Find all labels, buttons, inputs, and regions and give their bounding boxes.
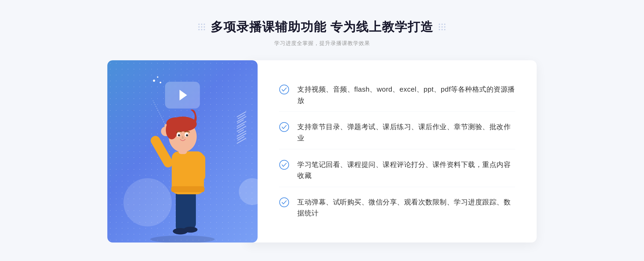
sparkle-dot-1 <box>153 80 155 82</box>
check-icon-1 <box>279 84 289 95</box>
main-content: » <box>107 60 537 243</box>
sparkle-dot-2 <box>157 76 158 78</box>
features-panel: 支持视频、音频、flash、word、excel、ppt、pdf等各种格式的资源… <box>247 60 537 243</box>
illustration-card <box>107 60 258 243</box>
svg-point-24 <box>280 198 289 207</box>
svg-point-0 <box>150 236 215 243</box>
feature-item-2: 支持章节目录、弹题考试、课后练习、课后作业、章节测验、批改作业 <box>279 116 515 149</box>
feature-text-3: 学习笔记回看、课程提问、课程评论打分、课件资料下载，重点内容收藏 <box>297 159 515 181</box>
right-decorative-dots <box>439 24 446 31</box>
svg-point-21 <box>280 85 289 94</box>
svg-rect-6 <box>171 186 204 192</box>
page-title: 多项录播课辅助功能 专为线上教学打造 <box>211 19 434 35</box>
person-illustration <box>137 92 228 243</box>
svg-point-4 <box>184 227 197 233</box>
feature-item-4: 互动弹幕、试听购买、微信分享、观看次数限制、学习进度跟踪、数据统计 <box>279 191 515 224</box>
circle-decor-medium <box>239 178 266 205</box>
feature-item-3: 学习笔记回看、课程提问、课程评论打分、课件资料下载，重点内容收藏 <box>279 154 515 187</box>
header-section: 多项录播课辅助功能 专为线上教学打造 学习进度全掌握，提升录播课教学效果 <box>198 0 446 47</box>
check-icon-3 <box>279 160 289 170</box>
svg-rect-8 <box>196 154 205 181</box>
sparkle-dot-3 <box>160 82 161 83</box>
feature-item-1: 支持视频、音频、flash、word、excel、ppt、pdf等各种格式的资源… <box>279 79 515 112</box>
svg-point-22 <box>280 122 289 132</box>
svg-line-20 <box>153 100 165 124</box>
svg-point-15 <box>166 117 185 129</box>
feature-text-1: 支持视频、音频、flash、word、excel、ppt、pdf等各种格式的资源… <box>297 84 515 106</box>
left-decorative-dots <box>198 24 205 31</box>
svg-rect-2 <box>184 189 196 229</box>
header-title-row: 多项录播课辅助功能 专为线上教学打造 <box>198 19 446 35</box>
check-icon-2 <box>279 122 289 132</box>
svg-point-18 <box>178 134 180 136</box>
check-icon-4 <box>279 197 289 207</box>
page-subtitle: 学习进度全掌握，提升录播课教学效果 <box>198 40 446 47</box>
page-container: 多项录播课辅助功能 专为线上教学打造 学习进度全掌握，提升录播课教学效果 » <box>0 0 644 261</box>
svg-point-19 <box>186 134 188 136</box>
feature-text-4: 互动弹幕、试听购买、微信分享、观看次数限制、学习进度跟踪、数据统计 <box>297 197 515 219</box>
svg-point-23 <box>280 160 289 169</box>
feature-text-2: 支持章节目录、弹题考试、课后练习、课后作业、章节测验、批改作业 <box>297 121 515 144</box>
striped-decoration <box>236 114 247 146</box>
